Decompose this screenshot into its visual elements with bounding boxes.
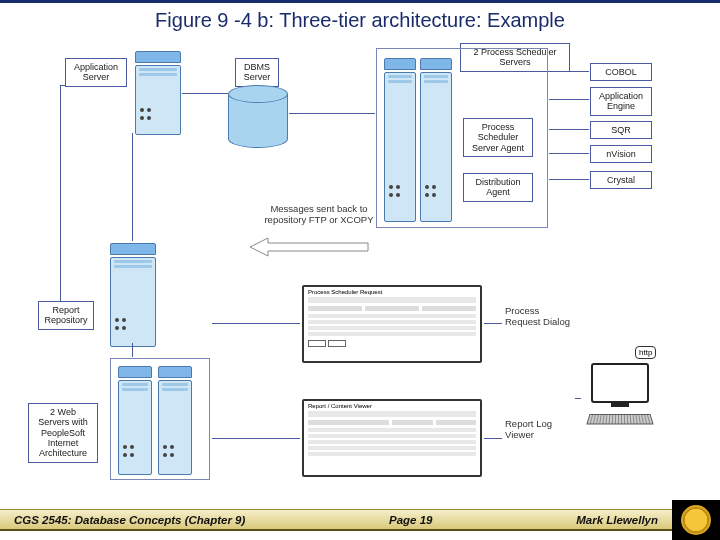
- connector-line: [60, 85, 61, 301]
- slide: Figure 9 -4 b: Three-tier architecture: …: [0, 0, 720, 540]
- footer-page: Page 19: [389, 514, 432, 526]
- server-icon-web-2: [158, 366, 192, 475]
- connector-line: [549, 99, 589, 100]
- label-web-servers: 2 WebServers withPeopleSoftInternetArchi…: [28, 403, 98, 463]
- connector-line: [484, 438, 502, 439]
- server-icon-application: [135, 51, 181, 135]
- connector-line: [549, 129, 589, 130]
- server-icon-web-1: [118, 366, 152, 475]
- label-proc-sched-agent: ProcessSchedulerServer Agent: [463, 118, 533, 157]
- connector-line: [549, 179, 589, 180]
- label-nvision: nVision: [590, 145, 652, 163]
- footer-bar: CGS 2545: Database Concepts (Chapter 9) …: [0, 509, 672, 531]
- label-application-server: ApplicationServer: [65, 58, 127, 87]
- connector-line: [289, 113, 375, 114]
- server-icon-sched-1: [384, 58, 416, 222]
- dialog-title: Process Scheduler Request: [304, 287, 480, 295]
- label-dbms-server: DBMSServer: [235, 58, 279, 87]
- connector-line: [182, 93, 228, 94]
- server-icon-report-repo: [110, 243, 156, 347]
- figure-title: Figure 9 -4 b: Three-tier architecture: …: [0, 3, 720, 36]
- logo-icon: [672, 500, 720, 540]
- connector-line: [212, 323, 300, 324]
- label-message-ftp: Messages sent back torepository FTP or X…: [244, 203, 394, 225]
- label-process-request-dialog: ProcessRequest Dialog: [505, 305, 583, 327]
- label-report-repository: ReportRepository: [38, 301, 94, 330]
- connector-line: [549, 71, 589, 72]
- arrow-left-icon: [250, 236, 350, 254]
- label-sqr: SQR: [590, 121, 652, 139]
- label-distribution-agent: DistributionAgent: [463, 173, 533, 202]
- connector-line: [575, 398, 581, 399]
- slide-footer: CGS 2545: Database Concepts (Chapter 9) …: [0, 500, 720, 540]
- badge-http: http: [635, 346, 656, 359]
- connector-line: [549, 153, 589, 154]
- computer-icon: [580, 363, 660, 433]
- label-app-engine: ApplicationEngine: [590, 87, 652, 116]
- connector-line: [60, 85, 66, 86]
- connector-line: [484, 323, 502, 324]
- dialog-process-request: Process Scheduler Request: [302, 285, 482, 363]
- dialog-report-log: Report / Content Viewer: [302, 399, 482, 477]
- dialog-title: Report / Content Viewer: [304, 401, 480, 409]
- connector-line: [132, 343, 133, 357]
- label-cobol: COBOL: [590, 63, 652, 81]
- connector-line: [212, 438, 300, 439]
- footer-author: Mark Llewellyn: [576, 514, 658, 526]
- svg-marker-0: [250, 238, 368, 256]
- footer-course: CGS 2545: Database Concepts (Chapter 9): [14, 514, 245, 526]
- server-icon-sched-2: [420, 58, 452, 222]
- label-crystal: Crystal: [590, 171, 652, 189]
- architecture-diagram: ApplicationServer DBMSServer 2 Process S…: [0, 43, 720, 493]
- database-icon: [228, 85, 288, 155]
- connector-line: [132, 133, 133, 241]
- label-report-log-viewer: Report LogViewer: [505, 418, 575, 440]
